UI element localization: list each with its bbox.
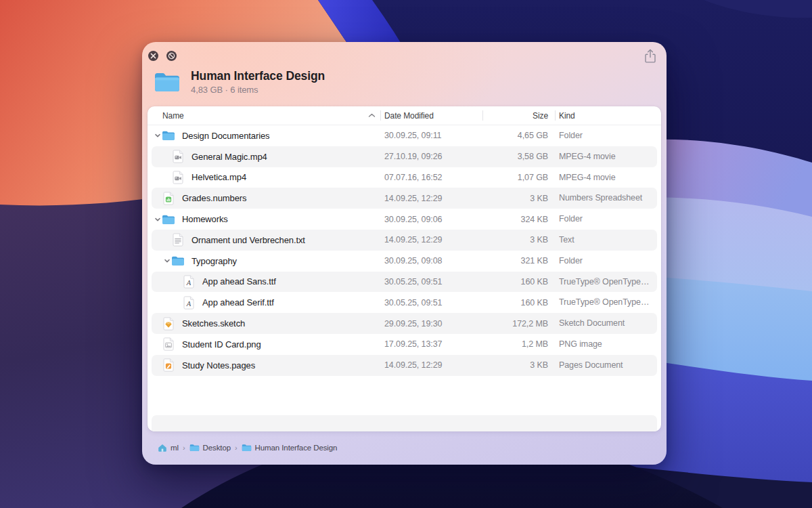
file-name: App ahead Serif.ttf <box>202 297 274 308</box>
file-kind: Folder <box>559 251 656 272</box>
file-icon <box>162 213 175 226</box>
column-label-name: Name <box>162 111 184 121</box>
file-date-modified: 30.05.25, 09:51 <box>384 292 442 313</box>
file-name: Student ID Card.png <box>182 339 261 350</box>
file-name: Study Notes.pages <box>182 360 255 371</box>
file-rows: Design Documentaries 30.09.25, 09:11 4,6… <box>148 125 661 376</box>
sort-ascending-icon[interactable] <box>368 106 376 125</box>
file-date-modified: 14.09.25, 12:29 <box>384 355 442 376</box>
breadcrumb-item[interactable]: ml <box>158 444 179 452</box>
disclosure-chevron-icon[interactable] <box>153 132 162 139</box>
prohibit-icon <box>168 52 175 60</box>
home-icon <box>158 444 167 452</box>
file-kind: Folder <box>559 125 656 146</box>
disclosure-chevron-icon[interactable] <box>162 257 171 264</box>
share-button[interactable] <box>644 49 656 64</box>
file-size: 1,07 GB <box>482 167 548 188</box>
column-header-name[interactable]: Name <box>162 106 184 125</box>
disclosure-chevron-icon[interactable] <box>173 299 182 306</box>
name-cell: General Magic.mp4 <box>148 146 267 167</box>
breadcrumb-label: ml <box>171 444 179 452</box>
file-size: 1,2 MB <box>482 334 548 355</box>
name-cell: Homeworks <box>148 209 228 230</box>
table-row[interactable]: Ornament und Verbrechen.txt 14.09.25, 12… <box>148 230 661 251</box>
table-row[interactable]: Student ID Card.png 17.09.25, 13:37 1,2 … <box>148 334 661 355</box>
folder-icon <box>154 71 181 93</box>
column-header-size[interactable]: Size <box>486 106 548 125</box>
table-row[interactable]: Typography 30.09.25, 09:08 321 KB Folder <box>148 251 661 272</box>
column-label-size: Size <box>533 111 548 121</box>
disclosure-chevron-icon[interactable] <box>162 153 171 160</box>
name-cell: Student ID Card.png <box>148 334 261 355</box>
empty-row-stripe <box>152 415 657 431</box>
file-date-modified: 30.09.25, 09:11 <box>384 125 441 146</box>
disclosure-chevron-icon[interactable] <box>153 320 162 327</box>
file-icon <box>171 171 185 184</box>
folder-header: Human Interface Design 4,83 GB · 6 items <box>154 69 325 95</box>
file-name: Design Documentaries <box>182 131 270 141</box>
table-row[interactable]: Helvetica.mp4 07.07.16, 16:52 1,07 GB MP… <box>148 167 661 188</box>
disclosure-chevron-icon[interactable] <box>153 216 162 223</box>
name-cell: A App ahead Serif.ttf <box>148 292 274 313</box>
table-row[interactable]: Homeworks 30.09.25, 09:06 324 KB Folder <box>148 209 661 230</box>
file-name: General Magic.mp4 <box>191 152 267 162</box>
folder-icon <box>242 444 252 452</box>
table-row[interactable]: A App ahead Serif.ttf 30.05.25, 09:51 16… <box>148 292 661 313</box>
table-row[interactable]: General Magic.mp4 27.10.19, 09:26 3,58 G… <box>148 146 661 167</box>
file-kind: MPEG-4 movie <box>559 167 656 188</box>
breadcrumb: ml›Desktop›Human Interface Design <box>148 438 661 457</box>
file-list-panel: Name Date Modified Size Kind Design <box>148 106 661 431</box>
table-row[interactable]: Design Documentaries 30.09.25, 09:11 4,6… <box>148 125 661 146</box>
file-size: 3 KB <box>482 355 548 376</box>
file-size: 172,2 MB <box>482 313 548 334</box>
column-header-kind[interactable]: Kind <box>559 106 575 125</box>
name-cell: Ornament und Verbrechen.txt <box>148 230 305 251</box>
file-date-modified: 14.09.25, 12:29 <box>384 230 442 251</box>
disclosure-chevron-icon[interactable] <box>153 362 162 368</box>
file-icon <box>162 337 175 351</box>
table-row[interactable]: A App ahead Sans.ttf 30.05.25, 09:51 160… <box>148 272 661 293</box>
file-date-modified: 30.09.25, 09:06 <box>384 209 442 230</box>
column-resize-handle[interactable] <box>482 110 483 121</box>
file-name: Grades.numbers <box>182 193 246 203</box>
file-size: 3 KB <box>482 188 548 209</box>
file-kind: TrueType® OpenType… <box>559 292 656 313</box>
file-date-modified: 29.09.25, 19:30 <box>384 313 442 334</box>
disclosure-chevron-icon[interactable] <box>162 174 171 181</box>
disclosure-chevron-icon[interactable] <box>153 341 162 347</box>
file-kind: Numbers Spreadsheet <box>559 188 656 209</box>
column-label-date-modified: Date Modified <box>384 111 434 121</box>
file-size: 3,58 GB <box>482 146 548 167</box>
column-header-date-modified[interactable]: Date Modified <box>384 106 434 125</box>
file-kind: Sketch Document <box>559 313 656 334</box>
disclosure-chevron-icon[interactable] <box>153 195 162 202</box>
folder-icon <box>189 444 200 452</box>
name-cell: Grades.numbers <box>148 188 246 209</box>
file-date-modified: 27.10.19, 09:26 <box>384 146 442 167</box>
file-name: Homeworks <box>182 214 228 224</box>
disclosure-chevron-icon[interactable] <box>173 278 182 285</box>
breadcrumb-item[interactable]: Desktop <box>189 444 231 452</box>
column-resize-handle[interactable] <box>555 110 556 121</box>
file-kind: MPEG-4 movie <box>559 146 656 167</box>
svg-text:A: A <box>186 300 191 308</box>
file-name: Helvetica.mp4 <box>191 172 246 182</box>
breadcrumb-separator: › <box>235 444 238 452</box>
name-cell: Study Notes.pages <box>148 355 255 376</box>
disclosure-chevron-icon[interactable] <box>162 236 171 243</box>
column-resize-handle[interactable] <box>380 110 381 121</box>
file-date-modified: 17.09.25, 13:37 <box>384 334 442 355</box>
file-icon <box>162 129 175 142</box>
close-button[interactable] <box>148 51 158 61</box>
name-cell: A App ahead Sans.ttf <box>148 272 276 293</box>
file-kind: PNG image <box>559 334 656 355</box>
table-row[interactable]: Grades.numbers 14.09.25, 12:29 3 KB Numb… <box>148 188 661 209</box>
breadcrumb-item[interactable]: Human Interface Design <box>242 444 338 452</box>
file-kind: Text <box>559 230 656 251</box>
file-date-modified: 30.09.25, 09:08 <box>384 251 442 272</box>
file-icon <box>162 358 175 372</box>
table-row[interactable]: Sketches.sketch 29.09.25, 19:30 172,2 MB… <box>148 313 661 334</box>
prohibit-button[interactable] <box>166 51 177 61</box>
table-row[interactable]: Study Notes.pages 14.09.25, 12:29 3 KB P… <box>148 355 661 376</box>
file-size: 160 KB <box>482 292 548 313</box>
